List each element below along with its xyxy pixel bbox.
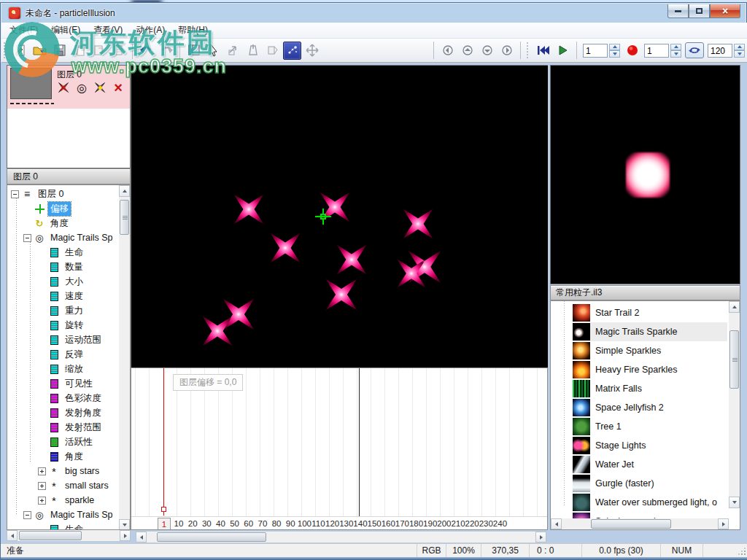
preview-frame-up-button[interactable] (670, 44, 681, 51)
tree-item[interactable]: ↻角度 (7, 216, 118, 230)
tree-item-label[interactable]: 速度 (63, 289, 85, 303)
tree-item-label[interactable]: 生命 (63, 246, 85, 260)
preview-frame-spinbox[interactable]: 1 (644, 44, 681, 58)
tree-item-label[interactable]: 发射角度 (63, 406, 104, 420)
tree-item[interactable]: 旋转 (7, 318, 118, 332)
tree-item[interactable]: 偏移 (7, 201, 118, 216)
close-button[interactable]: × (710, 4, 740, 18)
tree-item-label[interactable]: 图层 0 (36, 187, 66, 201)
tree-item[interactable]: 发射范围 (7, 420, 118, 435)
tree-item-label[interactable]: 重力 (63, 304, 85, 318)
scrollbar-thumb[interactable] (120, 200, 129, 235)
scroll-down-button[interactable] (119, 519, 130, 530)
layer-header-bar[interactable]: 图层 0 (7, 168, 131, 184)
menu-item-4[interactable]: 动作(A) (129, 22, 171, 39)
tree-item-label[interactable]: 数量 (63, 260, 85, 274)
current-frame-spinbox[interactable]: 1 (583, 44, 620, 58)
library-item[interactable]: Heavy Fire Sparkles (573, 360, 727, 379)
library-item[interactable]: Stage Lights (573, 436, 727, 455)
expand-plus-icon[interactable] (38, 467, 46, 475)
tree-item-label[interactable]: 色彩浓度 (63, 392, 104, 405)
tree-item-label[interactable]: Magic Trails Sp (48, 509, 115, 521)
scrollbar-thumb[interactable] (19, 531, 82, 540)
resize-grip[interactable] (736, 544, 747, 557)
stage-canvas[interactable] (131, 65, 548, 368)
library-header-bar[interactable]: 常用粒子.il3 (550, 285, 740, 300)
timeline-panel[interactable]: 图层偏移 = 0,0 1 102030405060708090100110120… (131, 368, 548, 530)
maximize-button[interactable] (689, 4, 710, 18)
menu-item-3[interactable]: 查看(V) (87, 22, 129, 39)
collapse-minus-icon[interactable] (23, 234, 31, 242)
view-left-button[interactable] (438, 42, 457, 60)
library-horizontal-scrollbar[interactable] (551, 518, 729, 529)
tree-item[interactable]: ≡图层 0 (7, 187, 118, 201)
record-button[interactable] (623, 42, 641, 60)
layer-particle-visibility-button[interactable] (92, 80, 108, 95)
collapse-minus-icon[interactable] (11, 190, 19, 198)
tree-horizontal-scrollbar[interactable] (7, 530, 131, 541)
library-item[interactable]: Simple Sparkles (573, 341, 727, 360)
tree-item-label[interactable]: 角度 (48, 217, 71, 230)
scroll-left-button[interactable] (551, 518, 562, 529)
tree-item-label[interactable]: small stars (63, 480, 111, 491)
tree-item[interactable]: 大小 (7, 274, 118, 289)
tree-item-label[interactable]: sparkle (63, 494, 96, 506)
current-frame-down-button[interactable] (609, 50, 620, 58)
scroll-up-button[interactable] (729, 301, 740, 313)
library-item[interactable]: Water Jet (573, 455, 727, 474)
tree-item[interactable]: 角度 (7, 449, 118, 464)
minimize-button[interactable] (667, 4, 689, 18)
tree-item[interactable]: 色彩浓度 (7, 391, 118, 405)
scrollbar-thumb[interactable] (157, 532, 266, 542)
library-item-label[interactable]: Magic Trails Sparkle (595, 327, 678, 337)
redo-button[interactable] (157, 42, 175, 60)
tree-item[interactable]: 运动范围 (7, 332, 118, 347)
tree-vertical-scrollbar[interactable] (119, 185, 130, 530)
tree-item-label[interactable]: 发射范围 (63, 421, 104, 435)
tree-item-label[interactable]: 可见性 (63, 377, 95, 391)
view-up-button[interactable] (458, 42, 476, 60)
library-vertical-scrollbar[interactable] (729, 301, 740, 508)
layer-hide-emitter-button[interactable]: × (55, 80, 71, 95)
scroll-left-button[interactable] (7, 530, 18, 541)
scroll-down-button[interactable] (729, 497, 740, 508)
tree-item-label[interactable]: Magic Trails Sp (48, 232, 115, 244)
tree-item[interactable]: 生命 (7, 245, 118, 260)
emitter-tool-button[interactable] (283, 42, 301, 60)
scale-stage-tool-button[interactable] (244, 42, 262, 60)
library-item[interactable]: Space Jellyfish 2 (573, 398, 727, 417)
layer-emitter-visibility-button[interactable]: ◎ (74, 80, 90, 95)
collapse-minus-icon[interactable] (23, 511, 31, 519)
scroll-up-button[interactable] (119, 185, 130, 197)
library-item-label[interactable]: Space Jellyfish 2 (595, 402, 664, 413)
library-item-label[interactable]: Matrix Falls (595, 384, 642, 394)
move-tool-button[interactable] (303, 42, 321, 60)
tree-item-label[interactable]: 角度 (63, 450, 85, 464)
emitter-position-handle[interactable] (315, 209, 331, 225)
tree-item[interactable]: 重力 (7, 303, 118, 318)
timeline-playhead[interactable] (163, 368, 164, 516)
ruler-start-frame[interactable]: 1 (158, 518, 171, 530)
undo-button[interactable] (137, 42, 155, 60)
end-frame-input[interactable]: 120 (708, 44, 732, 58)
toolbar-grip-2[interactable] (527, 42, 530, 58)
library-item[interactable]: Magic Trails Sparkle (573, 322, 727, 341)
expand-plus-icon[interactable] (38, 482, 46, 490)
scroll-right-button[interactable] (120, 530, 131, 541)
library-item[interactable]: Gurgle (faster) (573, 474, 727, 493)
scroll-left-button[interactable] (136, 532, 147, 542)
tree-item[interactable]: *small stars (7, 478, 118, 493)
library-item[interactable]: Tree 1 (573, 417, 727, 436)
library-item[interactable]: Star Trail 2 (573, 303, 727, 322)
end-frame-spinbox[interactable]: 120 (708, 44, 745, 58)
tree-item[interactable]: 生命 (7, 522, 118, 530)
scroll-right-button[interactable] (718, 518, 729, 529)
tree-item-label[interactable]: 生命 (63, 523, 85, 531)
tree-item[interactable]: 反弹 (7, 347, 118, 362)
scrollbar-thumb[interactable] (729, 330, 739, 389)
tree-item-label[interactable]: big stars (63, 465, 101, 477)
library-item[interactable]: Matrix Falls (573, 379, 727, 398)
tree-item[interactable]: ◎Magic Trails Sp (7, 230, 118, 245)
tree-item[interactable]: *sparkle (7, 493, 118, 508)
library-item-label[interactable]: Heavy Fire Sparkles (595, 365, 678, 375)
